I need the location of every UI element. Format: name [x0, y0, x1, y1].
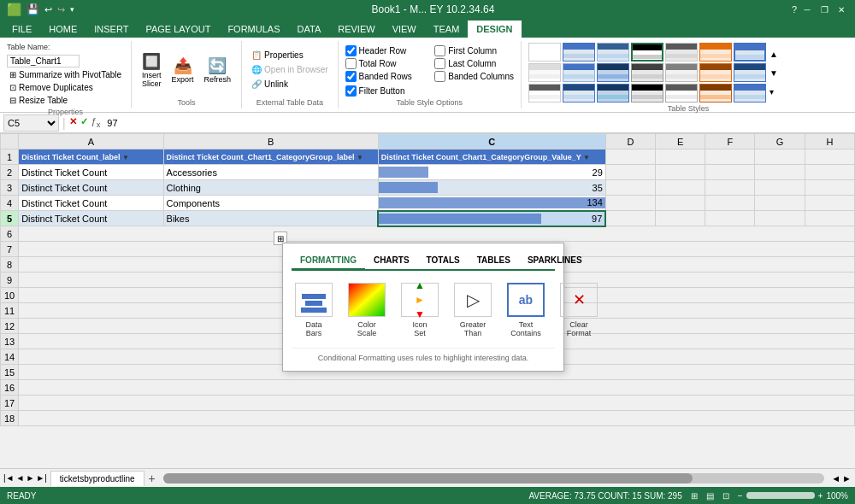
- cell-3g[interactable]: [755, 180, 805, 196]
- qa-clear-format[interactable]: ✕ ClearFormat: [557, 279, 601, 341]
- page-break-icon[interactable]: ⊡: [722, 491, 729, 501]
- first-column-checkbox-label[interactable]: First Column: [434, 45, 514, 56]
- qa-greater-than[interactable]: ▷ GreaterThan: [451, 279, 495, 341]
- cell-5f[interactable]: [705, 211, 755, 226]
- export-btn[interactable]: 📤 Export: [168, 55, 198, 85]
- tab-team[interactable]: TEAM: [425, 21, 469, 38]
- style-3-4[interactable]: [631, 84, 663, 103]
- style-light-1[interactable]: [563, 43, 595, 62]
- cell-5e[interactable]: [656, 211, 705, 226]
- cell-1d[interactable]: [605, 149, 655, 165]
- style-2-3[interactable]: [597, 63, 629, 82]
- sheet-nav-next[interactable]: ►: [26, 473, 34, 483]
- cancel-formula-icon[interactable]: ✕: [69, 116, 77, 129]
- cell-1e[interactable]: [656, 149, 705, 165]
- table-name-input[interactable]: [7, 55, 80, 67]
- style-3-2[interactable]: [563, 84, 595, 103]
- cell-3d[interactable]: [605, 180, 655, 196]
- cell-4g[interactable]: [755, 196, 805, 211]
- undo-icon[interactable]: ↩: [44, 4, 52, 15]
- cell-2f[interactable]: [705, 165, 755, 180]
- banded-rows-checkbox[interactable]: [345, 71, 357, 82]
- qa-tab-tables[interactable]: TABLES: [469, 252, 519, 269]
- style-2-7[interactable]: [734, 63, 766, 82]
- qa-icon-set[interactable]: ▲ ► ▼ IconSet: [398, 279, 442, 341]
- insert-function-icon[interactable]: ƒx: [91, 116, 101, 129]
- cell-4d[interactable]: [605, 196, 655, 211]
- cell-2c[interactable]: 29: [378, 165, 605, 180]
- customize-icon[interactable]: ▾: [70, 5, 74, 14]
- add-sheet-btn[interactable]: +: [144, 471, 160, 486]
- styles-down-icon[interactable]: ▼: [770, 68, 778, 78]
- style-light-5[interactable]: [699, 43, 732, 62]
- style-3-3[interactable]: [597, 84, 629, 103]
- qa-tab-totals[interactable]: TOTALS: [418, 252, 469, 269]
- cell-3h[interactable]: [805, 180, 854, 196]
- horizontal-scrollbar[interactable]: [163, 473, 825, 483]
- quick-save-icon[interactable]: 💾: [27, 3, 39, 15]
- cell-2b[interactable]: Accessories: [163, 165, 378, 180]
- total-row-checkbox[interactable]: [345, 58, 357, 69]
- cell-1f[interactable]: [705, 149, 755, 165]
- tab-review[interactable]: REVIEW: [329, 21, 383, 38]
- styles-up-icon[interactable]: ▲: [770, 50, 778, 59]
- sheet-nav-last[interactable]: ►|: [36, 473, 47, 483]
- tab-data[interactable]: DATA: [289, 21, 330, 38]
- cell-2a[interactable]: Distinct Ticket Count: [19, 165, 163, 180]
- qa-tab-charts[interactable]: CHARTS: [365, 252, 418, 269]
- cell-1b[interactable]: Distinct Ticket Count_Chart1_CategoryGro…: [163, 149, 378, 165]
- cell-4f[interactable]: [705, 196, 755, 211]
- tab-home[interactable]: HOME: [40, 21, 86, 38]
- redo-icon[interactable]: ↪: [57, 4, 65, 15]
- header-row-checkbox[interactable]: [345, 45, 357, 56]
- unlink-btn[interactable]: 🔗 Unlink: [249, 79, 330, 90]
- properties-btn[interactable]: 📋 Properties: [249, 50, 330, 61]
- col-header-h[interactable]: H: [805, 134, 854, 149]
- last-column-checkbox-label[interactable]: Last Column: [434, 58, 514, 69]
- sheet-tab-ticketsbyproductline[interactable]: ticketsbyproductline: [50, 471, 144, 486]
- resize-table-btn[interactable]: ⊟ Resize Table: [7, 95, 124, 106]
- banded-cols-checkbox[interactable]: [434, 71, 445, 82]
- total-row-checkbox-label[interactable]: Total Row: [345, 58, 425, 69]
- filter-button-checkbox-label[interactable]: Filter Button: [345, 85, 405, 97]
- tab-file[interactable]: FILE: [3, 21, 40, 38]
- qa-tab-sparklines[interactable]: SPARKLINES: [519, 252, 591, 269]
- cell-1g[interactable]: [755, 149, 805, 165]
- style-2-2[interactable]: [563, 63, 595, 82]
- cell-2h[interactable]: [805, 165, 854, 180]
- style-medium-selected[interactable]: [631, 43, 663, 62]
- cell-2g[interactable]: [755, 165, 805, 180]
- col-header-f[interactable]: F: [705, 134, 755, 149]
- cell-5h[interactable]: [805, 211, 854, 226]
- cell-5d[interactable]: [605, 211, 655, 226]
- page-layout-icon[interactable]: ▤: [706, 491, 714, 501]
- cell-4h[interactable]: [805, 196, 854, 211]
- sheet-nav-first[interactable]: |◄: [3, 473, 15, 483]
- cell-4c[interactable]: 134: [378, 196, 605, 211]
- style-light-2[interactable]: [597, 43, 629, 62]
- cell-2d[interactable]: [605, 165, 655, 180]
- style-2-1[interactable]: [528, 63, 561, 82]
- insert-slicer-btn[interactable]: 🔲 InsertSlicer: [139, 50, 165, 90]
- tab-insert[interactable]: INSERT: [86, 21, 137, 38]
- cell-mode-icon[interactable]: ⊞: [691, 491, 698, 501]
- cell-4e[interactable]: [656, 196, 705, 211]
- style-3-5[interactable]: [665, 84, 698, 103]
- tab-view[interactable]: VIEW: [384, 21, 425, 38]
- qa-color-scale[interactable]: ColorScale: [345, 279, 389, 341]
- cell-3a[interactable]: Distinct Ticket Count: [19, 180, 163, 196]
- cell-3c[interactable]: 35: [378, 180, 605, 196]
- cell-5c[interactable]: 97: [378, 211, 605, 226]
- cell-1h[interactable]: [805, 149, 854, 165]
- qa-text-contains[interactable]: ab TextContains: [504, 279, 548, 341]
- cell-3e[interactable]: [656, 180, 705, 196]
- col-header-b[interactable]: B: [163, 134, 378, 149]
- style-3-1[interactable]: [528, 84, 561, 103]
- cell-2e[interactable]: [656, 165, 705, 180]
- zoom-out-icon[interactable]: −: [738, 491, 743, 501]
- cell-1a[interactable]: Distinct Ticket Count_label ▼: [19, 149, 163, 165]
- style-medium-blue[interactable]: [734, 43, 766, 62]
- cell-1c[interactable]: Distinct Ticket Count_Chart1_CategoryGro…: [378, 149, 605, 165]
- tab-formulas[interactable]: FORMULAS: [219, 21, 288, 38]
- col-header-g[interactable]: G: [755, 134, 805, 149]
